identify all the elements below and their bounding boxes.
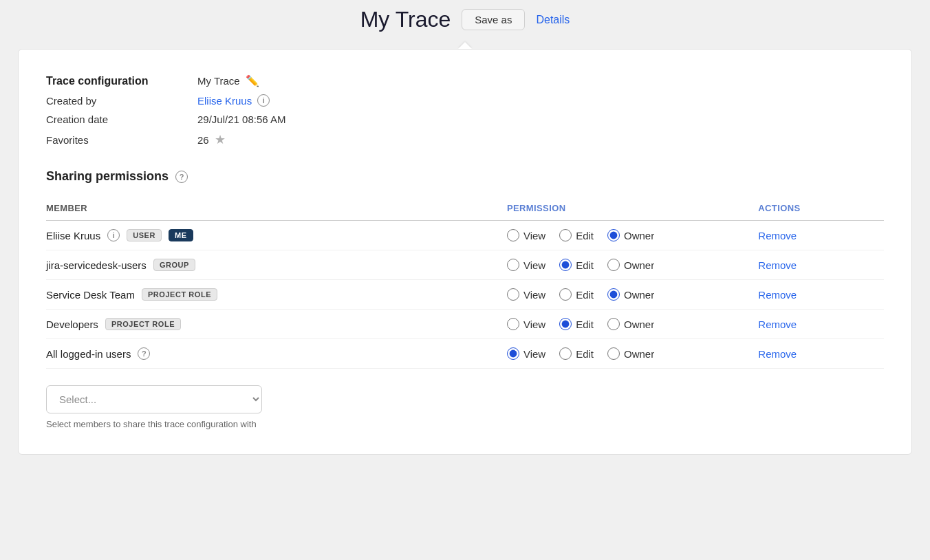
table-row: jira-servicedesk-usersGROUPViewEditOwner… <box>46 250 884 280</box>
created-by-value-group: Eliise Kruus i <box>197 94 270 107</box>
permissions-table: Member Permission Actions Eliise KruusiU… <box>46 197 884 369</box>
creation-date-value: 29/Jul/21 08:56 AM <box>197 114 285 125</box>
radio-owner[interactable]: Owner <box>607 347 654 360</box>
member-cell-0: Eliise KruusiUSERME <box>46 229 507 241</box>
radio-label: Edit <box>576 319 594 330</box>
favorites-row: Favorites 26 ★ <box>46 132 884 147</box>
radio-input-view[interactable] <box>507 347 519 360</box>
radio-view[interactable]: View <box>507 288 545 301</box>
col-header-member: Member <box>46 197 507 221</box>
main-card: Trace configuration My Trace ✏️ Created … <box>18 49 912 455</box>
config-value-group: My Trace ✏️ <box>197 74 259 87</box>
permission-cell: ViewEditOwner <box>507 259 758 271</box>
table-header-row: Member Permission Actions <box>46 197 884 221</box>
radio-edit[interactable]: Edit <box>559 259 594 271</box>
member-name: Service Desk Team <box>46 289 135 301</box>
radio-input-edit[interactable] <box>559 347 572 360</box>
radio-view[interactable]: View <box>507 318 545 330</box>
permission-cell: ViewEditOwner <box>507 318 758 330</box>
radio-label: View <box>523 230 545 241</box>
member-info-icon[interactable]: i <box>107 229 120 241</box>
radio-label: Edit <box>576 230 594 241</box>
radio-edit[interactable]: Edit <box>559 347 594 360</box>
member-cell-2: Service Desk TeamPROJECT ROLE <box>46 288 507 301</box>
page-title: My Trace <box>360 7 451 32</box>
member-info-icon[interactable]: ? <box>138 347 150 360</box>
member-cell-1: jira-servicedesk-usersGROUP <box>46 259 507 271</box>
save-as-button[interactable]: Save as <box>462 9 525 30</box>
table-row: Service Desk TeamPROJECT ROLEViewEditOwn… <box>46 280 884 310</box>
radio-view[interactable]: View <box>507 259 545 271</box>
radio-input-owner[interactable] <box>607 288 620 301</box>
col-header-actions: Actions <box>758 197 884 221</box>
radio-input-view[interactable] <box>507 288 519 301</box>
sharing-title: Sharing permissions <box>46 169 169 184</box>
radio-edit[interactable]: Edit <box>559 229 594 241</box>
favorites-label: Favorites <box>46 134 197 146</box>
member-badge: PROJECT ROLE <box>142 288 217 301</box>
details-link[interactable]: Details <box>536 14 570 26</box>
member-cell-4: All logged-in users? <box>46 347 507 360</box>
radio-input-edit[interactable] <box>559 259 572 271</box>
radio-input-view[interactable] <box>507 318 519 330</box>
radio-edit[interactable]: Edit <box>559 288 594 301</box>
created-by-link[interactable]: Eliise Kruus <box>197 95 252 107</box>
radio-owner[interactable]: Owner <box>607 318 654 330</box>
col-header-permission: Permission <box>507 197 758 221</box>
sharing-info-icon[interactable]: ? <box>175 171 188 183</box>
member-select[interactable]: Select... <box>46 385 262 413</box>
radio-input-owner[interactable] <box>607 229 620 241</box>
radio-label: Owner <box>624 319 654 330</box>
created-by-row: Created by Eliise Kruus i <box>46 94 884 107</box>
radio-edit[interactable]: Edit <box>559 318 594 330</box>
remove-link[interactable]: Remove <box>758 230 797 241</box>
remove-link[interactable]: Remove <box>758 348 797 360</box>
radio-label: Edit <box>576 348 594 360</box>
remove-link[interactable]: Remove <box>758 289 797 301</box>
creation-date-label: Creation date <box>46 114 197 125</box>
created-by-info-icon[interactable]: i <box>257 94 270 107</box>
member-badge: ME <box>169 229 193 241</box>
permission-cell: ViewEditOwner <box>507 347 758 360</box>
radio-owner[interactable]: Owner <box>607 288 654 301</box>
radio-view[interactable]: View <box>507 347 545 360</box>
radio-owner[interactable]: Owner <box>607 259 654 271</box>
remove-link[interactable]: Remove <box>758 319 797 330</box>
radio-input-owner[interactable] <box>607 318 620 330</box>
radio-input-edit[interactable] <box>559 318 572 330</box>
select-hint: Select members to share this trace confi… <box>46 419 884 429</box>
favorites-count: 26 <box>197 134 209 146</box>
radio-label: Edit <box>576 259 594 271</box>
permission-cell: ViewEditOwner <box>507 229 758 241</box>
radio-input-edit[interactable] <box>559 229 572 241</box>
radio-label: View <box>523 259 545 271</box>
radio-input-owner[interactable] <box>607 347 620 360</box>
page-header: My Trace Save as Details <box>0 0 930 42</box>
member-badge: GROUP <box>153 259 195 271</box>
radio-label: View <box>523 348 545 360</box>
radio-view[interactable]: View <box>507 229 545 241</box>
table-row: Eliise KruusiUSERMEViewEditOwnerRemove <box>46 221 884 250</box>
radio-label: Owner <box>624 230 654 241</box>
created-by-label: Created by <box>46 95 197 107</box>
radio-label: Owner <box>624 259 654 271</box>
star-icon[interactable]: ★ <box>215 132 226 147</box>
radio-input-edit[interactable] <box>559 288 572 301</box>
edit-icon[interactable]: ✏️ <box>246 74 259 87</box>
radio-input-owner[interactable] <box>607 259 620 271</box>
creation-date-row: Creation date 29/Jul/21 08:56 AM <box>46 114 884 125</box>
member-badge: USER <box>127 229 162 241</box>
radio-owner[interactable]: Owner <box>607 229 654 241</box>
member-badge: PROJECT ROLE <box>105 318 181 330</box>
table-row: DevelopersPROJECT ROLEViewEditOwnerRemov… <box>46 310 884 339</box>
remove-link[interactable]: Remove <box>758 259 797 271</box>
radio-input-view[interactable] <box>507 229 519 241</box>
member-cell-3: DevelopersPROJECT ROLE <box>46 318 507 330</box>
config-value-text: My Trace <box>197 75 240 87</box>
favorites-value-group: 26 ★ <box>197 132 226 147</box>
permission-cell: ViewEditOwner <box>507 288 758 301</box>
config-name-row: Trace configuration My Trace ✏️ <box>46 74 884 87</box>
sharing-header: Sharing permissions ? <box>46 169 884 184</box>
config-label: Trace configuration <box>46 75 197 87</box>
radio-input-view[interactable] <box>507 259 519 271</box>
